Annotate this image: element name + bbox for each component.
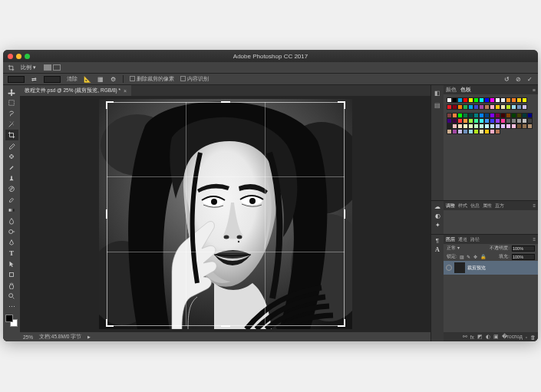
- swatch[interactable]: [447, 97, 452, 103]
- swatch[interactable]: [452, 124, 457, 129]
- eraser-tool[interactable]: [5, 194, 18, 205]
- cancel-crop-icon[interactable]: ⊘: [515, 76, 522, 83]
- crop-height-input[interactable]: [44, 76, 61, 83]
- swatch[interactable]: [490, 129, 495, 134]
- shape-tool[interactable]: [5, 269, 18, 280]
- swatch[interactable]: [516, 104, 522, 110]
- swatch[interactable]: [457, 124, 463, 129]
- swatch[interactable]: [490, 97, 495, 103]
- edit-toolbar-icon[interactable]: ⋯: [5, 301, 18, 312]
- swatch[interactable]: [484, 124, 490, 129]
- history-panel-icon[interactable]: ◧: [433, 88, 442, 97]
- swatch[interactable]: [495, 129, 500, 134]
- new-layer-icon[interactable]: �господ: [502, 334, 523, 340]
- swatch[interactable]: [495, 118, 500, 124]
- swatch[interactable]: [484, 113, 490, 118]
- path-select-tool[interactable]: [5, 259, 18, 269]
- clear-button[interactable]: 清除: [67, 76, 78, 83]
- swatch[interactable]: [516, 124, 522, 129]
- swatch[interactable]: [468, 113, 473, 118]
- blend-mode-dropdown[interactable]: 正常 ▾: [447, 245, 460, 252]
- swatch[interactable]: [527, 113, 533, 118]
- swatch[interactable]: [522, 124, 527, 129]
- channels-tab[interactable]: 通道: [458, 236, 467, 243]
- layer-name[interactable]: 裁剪预览: [467, 265, 486, 272]
- swatch[interactable]: [452, 118, 457, 124]
- swatch[interactable]: [463, 97, 468, 103]
- swatch[interactable]: [479, 118, 484, 124]
- opacity-input[interactable]: [512, 245, 535, 252]
- swatches-tab[interactable]: 色板: [460, 87, 471, 94]
- swatch[interactable]: [463, 104, 468, 110]
- swatch[interactable]: [506, 97, 511, 103]
- delete-layer-icon[interactable]: 🗑: [530, 334, 536, 340]
- swatch[interactable]: [463, 124, 468, 129]
- layer-visibility-icon[interactable]: [446, 265, 452, 271]
- swatch[interactable]: [457, 113, 463, 118]
- eyedropper-tool[interactable]: [5, 140, 18, 151]
- swatch[interactable]: [479, 113, 484, 118]
- swatch[interactable]: [484, 104, 490, 110]
- swatch[interactable]: [527, 124, 533, 129]
- swatch[interactable]: [490, 104, 495, 110]
- panel-menu-icon[interactable]: ≡: [533, 87, 536, 93]
- swatch[interactable]: [479, 129, 484, 134]
- swatch[interactable]: [457, 97, 463, 103]
- swatch[interactable]: [490, 118, 495, 124]
- actions-panel-icon[interactable]: ▤: [433, 100, 442, 110]
- fill-input[interactable]: [512, 254, 535, 260]
- adjustments-panel-icon[interactable]: ◐: [435, 212, 440, 219]
- crop-handle-r[interactable]: [344, 209, 345, 219]
- crop-handle-br[interactable]: [338, 319, 345, 327]
- swatch[interactable]: [484, 118, 490, 124]
- swatch[interactable]: [457, 104, 463, 110]
- swatch[interactable]: [452, 97, 457, 103]
- paragraph-panel-icon[interactable]: A: [435, 246, 440, 253]
- clone-stamp-tool[interactable]: [5, 173, 18, 183]
- swatch[interactable]: [473, 118, 479, 124]
- swap-dimensions-icon[interactable]: ⇄: [31, 76, 38, 83]
- prop-tab[interactable]: 直方: [495, 203, 504, 209]
- swatch[interactable]: [463, 113, 468, 118]
- crop-handle-tr[interactable]: [338, 101, 345, 109]
- layer-thumbnail[interactable]: [454, 262, 465, 273]
- swatch[interactable]: [522, 113, 527, 118]
- swatch[interactable]: [500, 97, 506, 103]
- swatch[interactable]: [522, 104, 527, 110]
- swatch[interactable]: [457, 129, 463, 134]
- swatch[interactable]: [447, 124, 452, 129]
- crop-overlay[interactable]: [107, 102, 345, 326]
- orientation-icons[interactable]: [44, 64, 61, 71]
- crop-handle-l[interactable]: [106, 209, 107, 219]
- reset-crop-icon[interactable]: ↺: [503, 76, 510, 83]
- swatch[interactable]: [463, 129, 468, 134]
- swatch[interactable]: [506, 113, 511, 118]
- swatch[interactable]: [473, 124, 479, 129]
- swatch[interactable]: [473, 104, 479, 110]
- type-tool[interactable]: T: [5, 248, 18, 259]
- document-tab[interactable]: 教程文件.psd @ 25% (裁剪预览, RGB/8) * ×: [20, 85, 131, 96]
- swatch[interactable]: [516, 97, 522, 103]
- swatch[interactable]: [495, 113, 500, 118]
- swatch[interactable]: [447, 104, 452, 110]
- paths-tab[interactable]: 路径: [470, 236, 480, 243]
- swatch[interactable]: [495, 97, 500, 103]
- swatch[interactable]: [447, 129, 452, 134]
- settings-gear-icon[interactable]: ⚙: [110, 76, 117, 83]
- swatch[interactable]: [479, 104, 484, 110]
- swatch[interactable]: [479, 124, 484, 129]
- swatch[interactable]: [468, 97, 473, 103]
- swatch[interactable]: [511, 113, 516, 118]
- prop-tab[interactable]: 信息: [470, 203, 480, 209]
- swatch[interactable]: [522, 97, 527, 103]
- move-tool[interactable]: [5, 87, 18, 97]
- crop-handle-b[interactable]: [221, 325, 230, 327]
- swatch[interactable]: [506, 104, 511, 110]
- swatch[interactable]: [506, 118, 511, 124]
- marquee-tool[interactable]: [5, 97, 18, 108]
- swatch[interactable]: [463, 118, 468, 124]
- swatch[interactable]: [484, 97, 490, 103]
- swatch[interactable]: [447, 113, 452, 118]
- overlay-grid-icon[interactable]: ▦: [97, 76, 104, 83]
- crop-handle-tl[interactable]: [106, 101, 114, 109]
